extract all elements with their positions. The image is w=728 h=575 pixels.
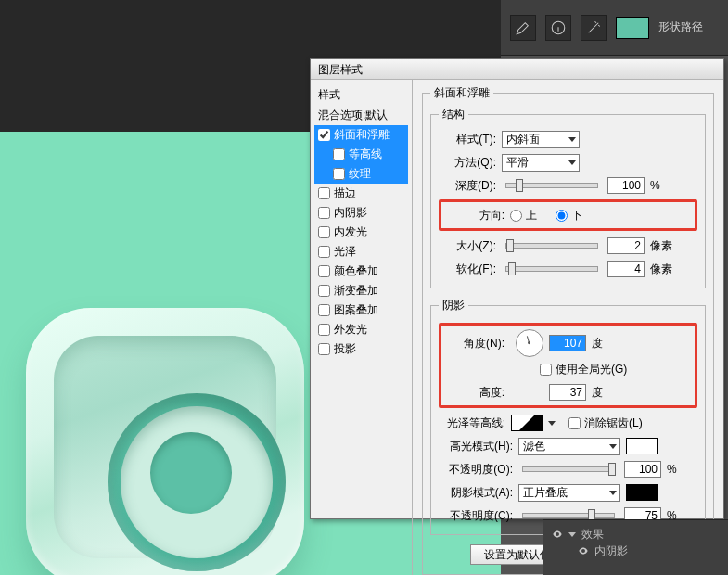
style-satin-label: 光泽 <box>334 244 356 260</box>
bevel-settings: 斜面和浮雕 结构 样式(T): 内斜面 方法(Q): 平滑 <box>413 80 723 575</box>
depth-unit: % <box>650 179 672 192</box>
soften-slider[interactable] <box>505 266 598 272</box>
shading-highlight-box: 角度(N): 度 使用全局光(G) 高度: <box>439 323 697 408</box>
style-texture[interactable]: 纹理 <box>314 164 408 184</box>
style-drop-shadow-label: 投影 <box>334 341 356 357</box>
style-color-overlay-label: 颜色叠加 <box>334 263 378 279</box>
style-select[interactable]: 内斜面 <box>502 131 580 148</box>
soften-unit: 像素 <box>650 262 672 277</box>
styles-list: 样式 混合选项:默认 斜面和浮雕 等高线 纹理 描边 内阴影 <box>311 80 413 575</box>
chevron-down-icon <box>568 137 576 142</box>
size-unit: 像素 <box>650 238 672 254</box>
dialog-title: 图层样式 <box>311 59 723 80</box>
shadow-mode-label: 阴影模式(A): <box>439 485 513 501</box>
style-satin-checkbox[interactable] <box>318 246 330 258</box>
angle-dial[interactable] <box>516 329 543 357</box>
depth-input[interactable] <box>607 177 645 194</box>
gloss-contour-swatch[interactable] <box>511 415 543 431</box>
altitude-label: 高度: <box>447 385 504 401</box>
tool-wand-icon[interactable] <box>581 15 607 41</box>
shadow-opacity-slider[interactable] <box>522 513 615 518</box>
disclosure-triangle-icon[interactable] <box>568 532 576 537</box>
icon-circle-center <box>150 432 232 514</box>
technique-select[interactable]: 平滑 <box>502 154 580 172</box>
layer-effects-label: 效果 <box>581 527 604 543</box>
style-inner-glow[interactable]: 内发光 <box>314 223 408 242</box>
tool-pen-icon[interactable] <box>510 15 536 41</box>
style-drop-shadow-checkbox[interactable] <box>318 343 330 355</box>
style-texture-checkbox[interactable] <box>333 168 345 180</box>
style-outer-glow[interactable]: 外发光 <box>314 320 408 339</box>
styles-header: 样式 <box>314 85 408 106</box>
highlight-color-swatch[interactable] <box>626 438 658 454</box>
depth-slider[interactable] <box>505 183 598 188</box>
style-stroke[interactable]: 描边 <box>314 184 408 203</box>
style-contour-checkbox[interactable] <box>333 148 345 160</box>
antialias-label: 消除锯齿(L) <box>584 415 643 431</box>
style-color-overlay[interactable]: 颜色叠加 <box>314 262 408 281</box>
style-stroke-label: 描边 <box>334 185 356 201</box>
depth-label: 深度(D): <box>439 178 496 194</box>
layer-inner-shadow-label: 内阴影 <box>594 543 628 559</box>
size-label: 大小(Z): <box>439 238 496 254</box>
blending-options-row[interactable]: 混合选项:默认 <box>314 106 408 125</box>
style-bevel-emboss[interactable]: 斜面和浮雕 <box>314 125 408 145</box>
style-contour[interactable]: 等高线 <box>314 145 408 164</box>
style-outer-glow-checkbox[interactable] <box>318 324 330 336</box>
icon-rounded-square <box>26 308 304 575</box>
altitude-unit: 度 <box>592 385 614 401</box>
style-contour-label: 等高线 <box>349 147 382 162</box>
style-pattern-overlay-checkbox[interactable] <box>318 304 330 316</box>
style-inner-shadow-label: 内阴影 <box>334 205 367 221</box>
toolbar-fragment: 形状路径 <box>501 0 728 56</box>
global-light-checkbox[interactable]: 使用全局光(G) <box>540 362 627 377</box>
eye-icon[interactable] <box>578 545 589 556</box>
style-pattern-overlay-label: 图案叠加 <box>334 302 378 318</box>
style-outer-glow-label: 外发光 <box>334 322 367 338</box>
shadow-color-swatch[interactable] <box>626 484 658 501</box>
chevron-down-icon[interactable] <box>548 421 556 426</box>
highlight-mode-select[interactable]: 滤色 <box>518 438 620 455</box>
highlight-opacity-slider[interactable] <box>522 466 615 472</box>
tool-info-icon[interactable] <box>545 15 571 41</box>
shading-fieldset: 阴影 角度(N): 度 使用全局光(G) <box>430 298 706 535</box>
style-inner-glow-checkbox[interactable] <box>318 226 330 238</box>
style-bevel-checkbox[interactable] <box>318 129 330 141</box>
style-gradient-overlay-checkbox[interactable] <box>318 285 330 297</box>
shadow-mode-value: 正片叠底 <box>523 485 568 501</box>
style-bevel-label: 斜面和浮雕 <box>334 127 390 143</box>
style-inner-shadow[interactable]: 内阴影 <box>314 203 408 223</box>
style-gradient-overlay[interactable]: 渐变叠加 <box>314 281 408 300</box>
direction-up-text: 上 <box>526 208 537 224</box>
bevel-fieldset: 斜面和浮雕 结构 样式(T): 内斜面 方法(Q): 平滑 <box>422 85 714 575</box>
style-satin[interactable]: 光泽 <box>314 242 408 262</box>
style-color-overlay-checkbox[interactable] <box>318 265 330 277</box>
technique-select-value: 平滑 <box>506 155 529 171</box>
direction-down-radio[interactable]: 下 <box>556 208 582 224</box>
icon-circle-outer <box>108 393 286 571</box>
layer-effects-row[interactable]: 效果 <box>552 526 719 543</box>
style-inner-shadow-checkbox[interactable] <box>318 207 330 219</box>
style-pattern-overlay[interactable]: 图案叠加 <box>314 300 408 320</box>
altitude-input[interactable] <box>549 384 586 401</box>
style-select-value: 内斜面 <box>506 132 540 147</box>
angle-input[interactable] <box>549 335 586 351</box>
structure-fieldset: 结构 样式(T): 内斜面 方法(Q): 平滑 <box>430 107 706 288</box>
gloss-contour-label: 光泽等高线: <box>439 415 505 431</box>
shadow-mode-select[interactable]: 正片叠底 <box>518 484 620 502</box>
highlight-opacity-input[interactable] <box>624 461 661 478</box>
size-slider[interactable] <box>505 243 598 249</box>
layer-inner-shadow-row[interactable]: 内阴影 <box>552 543 719 559</box>
shading-legend: 阴影 <box>439 298 468 313</box>
eye-icon[interactable] <box>552 529 563 540</box>
antialias-checkbox[interactable]: 消除锯齿(L) <box>568 415 643 431</box>
style-stroke-checkbox[interactable] <box>318 187 330 199</box>
size-input[interactable] <box>607 237 645 254</box>
direction-down-text: 下 <box>571 208 582 224</box>
shape-fill-swatch[interactable] <box>616 17 649 39</box>
direction-up-radio[interactable]: 上 <box>510 208 537 224</box>
soften-label: 软化(F): <box>439 262 496 277</box>
style-drop-shadow[interactable]: 投影 <box>314 339 408 359</box>
soften-input[interactable] <box>607 261 645 277</box>
highlight-opacity-label: 不透明度(O): <box>439 462 513 478</box>
